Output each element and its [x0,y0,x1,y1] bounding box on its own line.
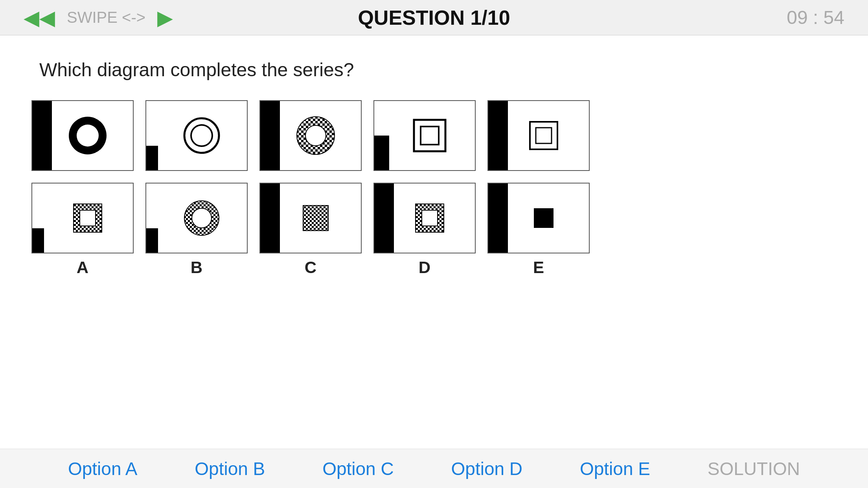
bar-5 [488,101,508,170]
answer-col-b: B [145,183,248,277]
header: ◀◀ SWIPE <-> ▶ QUESTION 1/10 09 : 54 [0,0,868,35]
swipe-label: SWIPE <-> [67,9,145,26]
bar-1 [32,101,52,170]
shape-b [182,198,221,238]
shape-e [530,204,557,232]
answer-cell-e[interactable] [487,183,590,253]
footer: Option A Option B Option C Option D Opti… [0,449,868,488]
svg-rect-50 [534,208,554,228]
svg-rect-49 [422,210,438,226]
answer-cell-c[interactable] [259,183,362,253]
shape-5 [528,120,559,151]
shape-4 [412,118,447,153]
series-cell-2 [145,100,248,171]
bar-c [260,183,280,253]
shape-3 [294,114,337,157]
rewind-icon[interactable]: ◀◀ [24,6,55,29]
play-icon[interactable]: ▶ [157,6,173,29]
series-cell-1 [31,100,134,171]
option-d-button[interactable]: Option D [451,458,523,479]
answer-col-a: A [31,183,134,277]
answer-row: A [31,183,837,277]
series-cell-4 [373,100,476,171]
question-title: QUESTION 1/10 [229,6,639,29]
main-content: Which diagram completes the series? [0,35,868,449]
answer-col-d: D [373,183,476,277]
bar-e [488,183,508,253]
series-cell-5 [487,100,590,171]
series-cell-3 [259,100,362,171]
shape-d [414,202,445,234]
option-b-button[interactable]: Option B [195,458,265,479]
answer-cell-a[interactable] [31,183,134,253]
svg-point-1 [77,125,99,147]
svg-rect-25 [80,210,96,226]
option-e-button[interactable]: Option E [580,458,650,479]
svg-rect-16 [536,128,552,143]
label-b: B [191,258,202,277]
question-text: Which diagram completes the series? [39,59,837,81]
shape-a [72,202,103,234]
bar-b [146,228,158,253]
bar-2 [146,146,158,170]
answer-col-e: E [487,183,590,277]
label-c: C [305,258,316,277]
label-a: A [77,258,88,277]
svg-rect-14 [421,127,439,145]
label-e: E [533,258,544,277]
option-a-button[interactable]: Option A [68,458,137,479]
bar-d [374,183,394,253]
header-left: ◀◀ SWIPE <-> ▶ [24,6,229,29]
answer-cell-d[interactable] [373,183,476,253]
solution-button[interactable]: SOLUTION [708,458,800,479]
svg-point-3 [191,125,212,146]
label-d: D [419,258,430,277]
series-row [31,100,837,171]
answer-cell-b[interactable] [145,183,248,253]
bar-a [32,228,44,253]
svg-rect-39 [303,205,328,231]
option-c-button[interactable]: Option C [322,458,394,479]
shape-1 [66,114,109,157]
shape-c [300,202,331,234]
bar-3 [260,101,280,170]
answer-col-c: C [259,183,362,277]
shape-2 [180,114,223,157]
bar-4 [374,136,389,170]
timer: 09 : 54 [639,7,844,28]
